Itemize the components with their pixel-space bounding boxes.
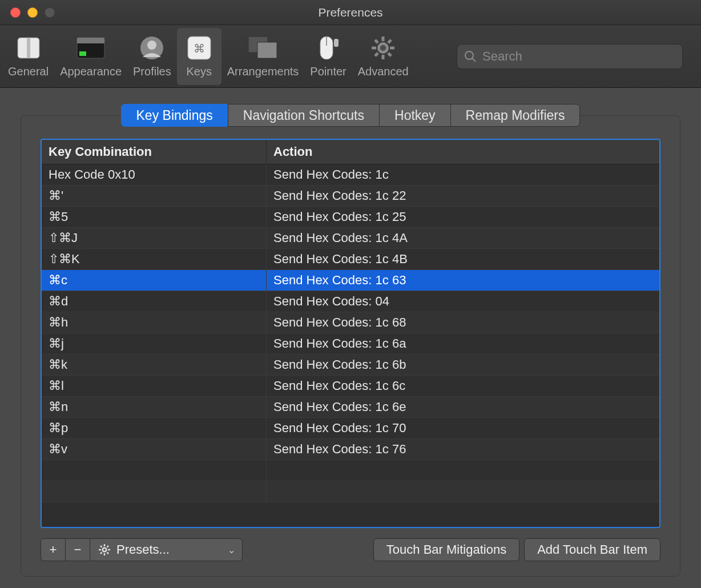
keys-icon: ⌘ bbox=[183, 33, 216, 63]
svg-point-6 bbox=[147, 41, 156, 50]
cell-key-combination: ⌘' bbox=[42, 186, 267, 206]
toolbar-tab-pointer[interactable]: Pointer bbox=[304, 28, 352, 85]
cell-action: Send Hex Codes: 1c 68 bbox=[267, 315, 659, 330]
svg-point-24 bbox=[465, 51, 473, 59]
table-row[interactable]: ⌘kSend Hex Codes: 1c 6b bbox=[42, 355, 659, 376]
search-icon bbox=[464, 50, 477, 63]
profiles-icon bbox=[135, 33, 168, 63]
table-row[interactable]: ⌘vSend Hex Codes: 1c 76 bbox=[42, 439, 659, 460]
cell-action: Send Hex Codes: 1c 6a bbox=[267, 336, 659, 351]
toolbar-tab-appearance[interactable]: Appearance bbox=[54, 28, 127, 85]
cell-key-combination: ⌘p bbox=[42, 418, 267, 438]
cell-action: Send Hex Codes: 1c 4B bbox=[267, 252, 659, 267]
cell-key-combination: ⌘j bbox=[42, 333, 267, 354]
table-row[interactable]: ⇧⌘KSend Hex Codes: 1c 4B bbox=[42, 249, 659, 270]
preferences-toolbar: General Appearance Profiles ⌘ Keys Arran… bbox=[0, 25, 701, 88]
toolbar-tab-label: Keys bbox=[187, 65, 212, 78]
toolbar-tab-label: Appearance bbox=[60, 65, 122, 78]
svg-line-31 bbox=[100, 546, 102, 547]
presets-dropdown[interactable]: Presets... ⌄ bbox=[90, 538, 243, 561]
table-row[interactable]: ⌘dSend Hex Codes: 04 bbox=[42, 291, 659, 312]
table-row-empty bbox=[42, 481, 659, 502]
subtab-navigation-shortcuts[interactable]: Navigation Shortcuts bbox=[228, 104, 380, 127]
subtab-remap-modifiers[interactable]: Remap Modifiers bbox=[450, 104, 581, 127]
advanced-icon bbox=[366, 33, 400, 63]
svg-rect-10 bbox=[257, 42, 277, 58]
table-row-empty bbox=[42, 460, 659, 481]
table-row[interactable]: ⌘lSend Hex Codes: 1c 6c bbox=[42, 376, 659, 397]
toolbar-tab-arrangements[interactable]: Arrangements bbox=[221, 28, 305, 85]
table-row[interactable]: ⌘jSend Hex Codes: 1c 6a bbox=[42, 333, 659, 355]
svg-point-23 bbox=[380, 45, 386, 51]
close-window-button[interactable] bbox=[10, 7, 21, 18]
table-row[interactable]: ⌘5Send Hex Codes: 1c 25 bbox=[42, 207, 659, 228]
svg-line-32 bbox=[107, 553, 109, 554]
cell-action: Send Hex Codes: 1c 6c bbox=[267, 378, 659, 393]
toolbar-tab-label: Pointer bbox=[310, 65, 346, 78]
window-title: Preferences bbox=[318, 6, 382, 19]
table-row[interactable]: ⌘'Send Hex Codes: 1c 22 bbox=[42, 186, 659, 207]
table-row[interactable]: Hex Code 0x10Send Hex Codes: 1c bbox=[42, 164, 659, 186]
toolbar-tab-general[interactable]: General bbox=[2, 28, 54, 85]
table-body: Hex Code 0x10Send Hex Codes: 1c⌘'Send He… bbox=[42, 164, 659, 527]
table-row[interactable]: ⌘pSend Hex Codes: 1c 70 bbox=[42, 418, 659, 439]
subtab-key-bindings[interactable]: Key Bindings bbox=[121, 104, 228, 127]
svg-text:⌘: ⌘ bbox=[194, 42, 205, 55]
cell-action: Send Hex Codes: 1c 6e bbox=[267, 400, 659, 414]
general-icon bbox=[12, 33, 45, 63]
cell-action: Send Hex Codes: 1c 25 bbox=[267, 210, 659, 224]
window-controls bbox=[0, 7, 55, 18]
cell-key-combination: ⌘c bbox=[42, 270, 267, 291]
search-field[interactable] bbox=[457, 44, 683, 69]
add-touch-bar-item-button[interactable]: Add Touch Bar Item bbox=[524, 538, 660, 561]
toolbar-tab-profiles[interactable]: Profiles bbox=[127, 28, 177, 85]
cell-key-combination: ⌘l bbox=[42, 376, 267, 396]
table-row[interactable]: ⌘cSend Hex Codes: 1c 63 bbox=[42, 270, 659, 291]
svg-line-20 bbox=[388, 53, 391, 56]
cell-key-combination: ⌘5 bbox=[42, 207, 267, 227]
touch-bar-mitigations-button[interactable]: Touch Bar Mitigations bbox=[373, 538, 519, 561]
svg-line-21 bbox=[388, 40, 391, 43]
key-bindings-panel: Key Combination Action Hex Code 0x10Send… bbox=[21, 115, 680, 577]
cell-key-combination: ⌘d bbox=[42, 291, 267, 312]
cell-key-combination: ⌘h bbox=[42, 312, 267, 333]
cell-key-combination: ⌘v bbox=[42, 439, 267, 460]
cell-action: Send Hex Codes: 1c 76 bbox=[267, 442, 659, 457]
svg-rect-3 bbox=[77, 38, 104, 43]
minimize-window-button[interactable] bbox=[27, 7, 38, 18]
cell-action: Send Hex Codes: 1c 6b bbox=[267, 357, 659, 372]
column-header-action[interactable]: Action bbox=[267, 140, 659, 164]
search-input[interactable] bbox=[482, 49, 675, 64]
toolbar-tab-keys[interactable]: ⌘ Keys bbox=[177, 28, 221, 85]
cell-action: Send Hex Codes: 1c 22 bbox=[267, 188, 659, 203]
svg-line-25 bbox=[472, 58, 476, 62]
table-footer: + − Presets... ⌄ Touch Bar Mitigations A… bbox=[41, 537, 660, 562]
add-binding-button[interactable]: + bbox=[41, 538, 66, 561]
cell-key-combination: ⇧⌘K bbox=[42, 249, 267, 269]
toolbar-tab-label: Profiles bbox=[133, 65, 171, 78]
table-header: Key Combination Action bbox=[42, 140, 659, 164]
remove-binding-button[interactable]: − bbox=[65, 538, 90, 561]
zoom-window-button[interactable] bbox=[45, 7, 55, 18]
column-header-key-combination[interactable]: Key Combination bbox=[42, 140, 267, 164]
table-row[interactable]: ⌘hSend Hex Codes: 1c 68 bbox=[42, 312, 659, 333]
gear-icon bbox=[98, 543, 111, 556]
chevron-down-icon: ⌄ bbox=[228, 545, 235, 555]
key-bindings-table[interactable]: Key Combination Action Hex Code 0x10Send… bbox=[41, 139, 660, 528]
keys-pane: Key Bindings Navigation Shortcuts Hotkey… bbox=[0, 88, 701, 588]
presets-label: Presets... bbox=[116, 542, 170, 557]
svg-line-34 bbox=[100, 553, 102, 554]
toolbar-tab-advanced[interactable]: Advanced bbox=[352, 28, 414, 85]
table-row[interactable]: ⌘nSend Hex Codes: 1c 6e bbox=[42, 397, 659, 418]
cell-key-combination: ⌘k bbox=[42, 355, 267, 375]
cell-action: Send Hex Codes: 1c 63 bbox=[267, 273, 659, 288]
svg-line-22 bbox=[375, 53, 378, 56]
svg-line-19 bbox=[375, 40, 378, 43]
key-subtabs: Key Bindings Navigation Shortcuts Hotkey… bbox=[21, 104, 680, 127]
svg-rect-4 bbox=[79, 51, 86, 56]
subtab-hotkey[interactable]: Hotkey bbox=[379, 104, 451, 127]
svg-line-33 bbox=[107, 546, 109, 547]
cell-action: Send Hex Codes: 1c bbox=[267, 167, 659, 182]
table-row[interactable]: ⇧⌘JSend Hex Codes: 1c 4A bbox=[42, 228, 659, 249]
pointer-icon bbox=[312, 33, 345, 63]
